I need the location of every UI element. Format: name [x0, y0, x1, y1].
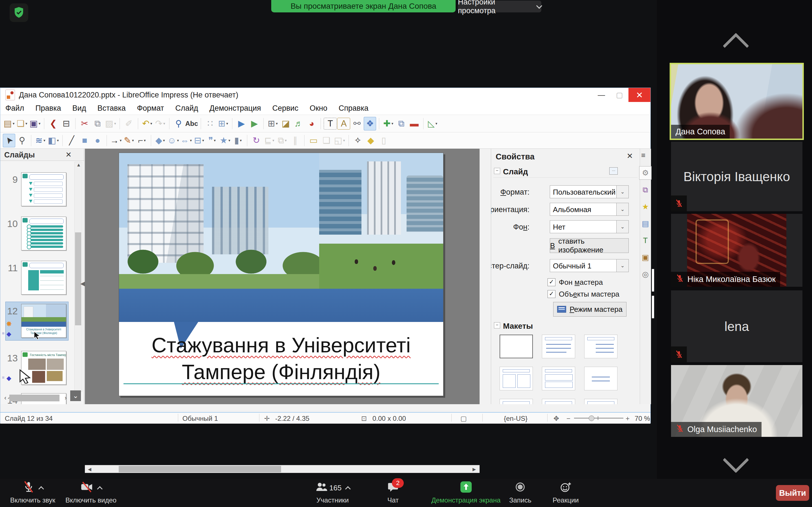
slides-panel-close-icon[interactable]: ✕ [65, 151, 71, 159]
layout-thumb-grid4[interactable] [500, 399, 533, 404]
block-arrows-icon[interactable]: ⇔▾ [180, 134, 192, 147]
titlebar[interactable]: Дана Сопова10122020.pptx - LibreOffice I… [0, 88, 651, 102]
insert-chart-icon[interactable]: ◕ [305, 117, 318, 130]
menu-item-1[interactable]: Правка [35, 104, 61, 113]
collapse-icon[interactable]: − [494, 322, 500, 328]
slide-animation-icon[interactable]: ◆ [6, 375, 11, 382]
chevron-up-icon[interactable] [345, 486, 351, 492]
layout-thumb-grid4[interactable] [584, 399, 617, 404]
table-icon[interactable]: ⊞▾ [266, 117, 279, 130]
chevron-down-icon[interactable]: ⌄ [616, 186, 628, 198]
slides-panel-scrollbar[interactable] [74, 162, 82, 392]
symbol-shapes-icon[interactable]: ☺▾ [167, 134, 179, 147]
start-first-slide-icon[interactable]: ▶ [235, 117, 248, 130]
select-arrow-icon[interactable]: ➤ [3, 134, 15, 147]
participant-tile-3[interactable]: Ніка Миколаївна Базюк [671, 214, 802, 287]
curve-icon[interactable]: ✎▾ [123, 134, 135, 147]
layout-thumb-blank[interactable] [500, 335, 533, 358]
gallery-tab-icon[interactable]: ▣ [639, 251, 652, 264]
chevron-down-icon[interactable]: ⌄ [616, 221, 628, 233]
zoom-pan-icon[interactable]: ⚲ [16, 134, 28, 147]
animation-tab-icon[interactable]: ★ [639, 200, 652, 214]
open-folder-icon[interactable]: ❏▾ [16, 117, 28, 130]
undo-icon[interactable]: ↶▾ [141, 117, 153, 130]
zoom-out-icon[interactable]: − [566, 414, 570, 422]
slide-thumbnail-10[interactable] [21, 217, 66, 250]
rotate-icon[interactable]: ↻ [250, 134, 262, 147]
text-box-icon[interactable]: ▭ [307, 134, 320, 147]
format-select[interactable]: Пользовательский⌄ [550, 185, 629, 198]
participants-button[interactable]: 165Участники [315, 481, 350, 504]
scroll-left-icon[interactable]: ‹ [1, 394, 9, 402]
find-replace-icon[interactable]: ⚲ [172, 117, 185, 130]
callouts-icon[interactable]: ❞▾ [206, 134, 218, 147]
layout-thumb-two-boxes-row[interactable] [542, 367, 575, 390]
more-options-icon[interactable]: ⋯ [609, 167, 618, 175]
sidebar-menu-icon[interactable]: ≡ [641, 151, 645, 160]
chevron-up-icon[interactable] [97, 486, 103, 492]
fontwork-icon[interactable]: A [337, 118, 350, 129]
slide-animation-icon[interactable]: ◆ [6, 330, 11, 338]
menu-item-3[interactable]: Вставка [97, 104, 125, 113]
maximize-button[interactable]: ▢ [610, 88, 628, 102]
zoom-in-icon[interactable]: + [626, 414, 629, 422]
reactions-button[interactable]: Реакции [553, 481, 579, 504]
edit-points-icon[interactable]: ✧ [352, 134, 364, 147]
slides-panel-hscrollbar[interactable]: ‹ › [0, 394, 84, 402]
menu-item-5[interactable]: Слайд [175, 104, 198, 113]
sidebar-resize-grip[interactable] [652, 269, 654, 318]
flowchart-icon[interactable]: ⊟▾ [193, 134, 205, 147]
participant-tile-1[interactable]: Дана Сопова [671, 64, 802, 138]
redo-icon[interactable]: ↷▾ [154, 117, 166, 130]
stars-icon[interactable]: ★▾ [219, 134, 231, 147]
show-draw-functions-icon[interactable]: ❖ [364, 117, 376, 130]
orientation-select[interactable]: Альбомная⌄ [550, 203, 629, 216]
start-video-button[interactable]: Включить видео [65, 481, 116, 504]
slide-canvas[interactable]: Стажування в Університеті Тампере (Фінля… [119, 153, 444, 396]
transitions-tab-icon[interactable]: ⧉ [639, 183, 652, 196]
spelling-icon[interactable]: Abc [185, 117, 198, 130]
view-settings-button[interactable]: Настройки просмотра [458, 1, 541, 12]
scroll-up-icon[interactable]: ▲ [75, 162, 82, 168]
extrusion-icon[interactable]: ◱▾ [333, 134, 346, 147]
fill-color-icon[interactable]: ◧▾ [47, 134, 59, 147]
connector-icon[interactable]: ⌐▾ [136, 134, 148, 147]
scroll-right-icon[interactable]: ► [470, 465, 478, 473]
strip-scroll-up-icon[interactable] [723, 33, 749, 59]
display-views-icon[interactable]: ⊞▾ [217, 117, 229, 130]
properties-close-icon[interactable]: ✕ [626, 152, 633, 161]
basic-shapes-icon[interactable]: ◆▾ [154, 134, 166, 147]
menu-item-2[interactable]: Вид [72, 104, 86, 113]
participant-tile-4[interactable]: lena [671, 290, 802, 362]
collapse-icon[interactable]: − [494, 168, 500, 174]
slide-section-header[interactable]: − Слайд ⋯ [493, 165, 638, 178]
menu-item-9[interactable]: Справка [339, 104, 368, 113]
chevron-up-icon[interactable] [38, 486, 44, 492]
arrow-line-icon[interactable]: →▾ [110, 134, 122, 147]
participant-tile-2[interactable]: Вікторія Іващенко [671, 142, 802, 211]
panel-collapse-icon[interactable]: ◀ [80, 280, 85, 287]
master-background-checkbox[interactable]: ✓Фон мастера [548, 278, 603, 287]
insert-media-icon[interactable]: ♬ [292, 117, 305, 130]
status-language[interactable]: {en-US} [504, 414, 527, 422]
3d-objects-icon[interactable]: ▮▾ [232, 134, 244, 147]
layout-thumb-two-boxes[interactable] [500, 367, 533, 390]
master-objects-checkbox[interactable]: ✓Объекты мастера [548, 290, 619, 298]
insert-textbox-icon[interactable]: T [324, 118, 337, 129]
grid-icon[interactable]: ∷ [204, 117, 216, 130]
ellipse-icon[interactable]: ● [91, 134, 104, 147]
background-select[interactable]: Нет⌄ [550, 220, 629, 233]
clone-formatting-icon[interactable]: ✐ [123, 117, 135, 130]
layouts-section-header[interactable]: − Макеты [493, 320, 638, 332]
share-button[interactable]: Демонстрация экрана [432, 481, 500, 504]
copy-icon[interactable]: ⧉ [91, 117, 104, 130]
insert-image-button[interactable]: Вставить изображение [550, 238, 629, 253]
export-pdf-icon[interactable]: ❮ [47, 117, 59, 130]
line-icon[interactable]: ╱ [65, 134, 78, 147]
start-current-slide-icon[interactable]: ▶ [248, 117, 260, 130]
security-shield-icon[interactable] [10, 3, 28, 22]
leave-button[interactable]: Выйти [776, 485, 809, 501]
to-curve-icon[interactable]: ▯ [377, 134, 390, 147]
master-slides-tab-icon[interactable]: ▤ [639, 217, 652, 230]
participant-tile-5[interactable]: Olga Musiiachenko [671, 365, 802, 437]
